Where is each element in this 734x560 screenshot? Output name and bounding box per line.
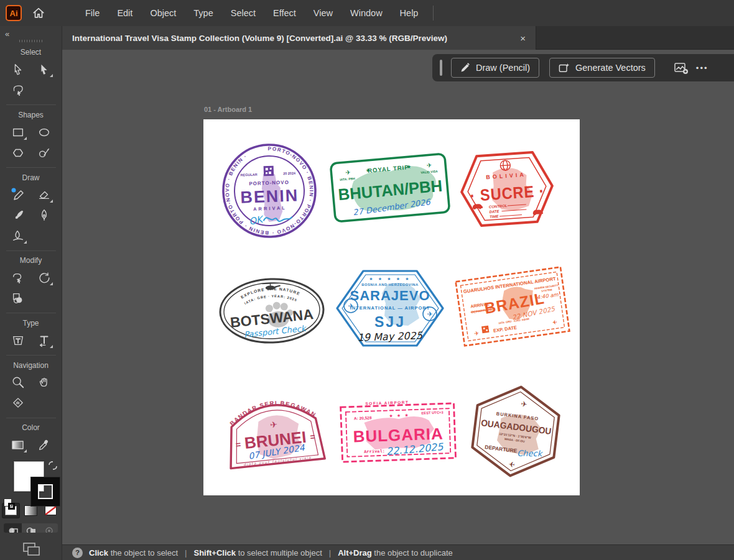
svg-text:EXP. DATE: EXP. DATE — [493, 324, 518, 333]
svg-text:19 May 2025: 19 May 2025 — [357, 329, 423, 344]
section-modify-label: Modify — [20, 256, 42, 265]
section-draw-label: Draw — [22, 173, 39, 182]
menu-select[interactable]: Select — [222, 0, 264, 26]
draw-mode-buttons — [4, 523, 58, 533]
draw-behind-mode[interactable] — [22, 523, 40, 533]
svg-text:PORTO-NOVO: PORTO-NOVO — [249, 180, 289, 186]
collapse-panel-icon[interactable]: « — [5, 29, 9, 39]
document-tab[interactable]: International Travel Visa Stamp Collecti… — [62, 26, 536, 50]
plane-icon: ✈ — [552, 319, 557, 326]
rotate-view-tool[interactable] — [7, 393, 29, 413]
menu-file[interactable]: File — [77, 0, 108, 26]
svg-text:ARRIVAL: ARRIVAL — [253, 205, 287, 212]
stars-row: ★ ★ ★ — [389, 413, 410, 418]
eyedropper-tool[interactable] — [33, 434, 55, 455]
canvas[interactable]: 01 - Artboard 1 PORTO-NOVO · BENIN · POR… — [62, 50, 734, 544]
eraser-tool[interactable] — [33, 185, 55, 205]
svg-text:SJJ: SJJ — [374, 314, 406, 330]
plane-icon: ✈ — [426, 162, 432, 169]
plane-icon: ✈ — [521, 400, 528, 409]
curvature-pen-tool[interactable] — [7, 226, 29, 246]
home-icon[interactable] — [32, 6, 45, 20]
help-icon[interactable]: ? — [72, 548, 83, 558]
type-tool[interactable] — [33, 330, 55, 351]
star-icon: ★ — [406, 163, 412, 170]
polygon-tool[interactable] — [7, 142, 29, 163]
pencil-tool[interactable] — [7, 185, 29, 205]
selection-tool[interactable] — [33, 59, 55, 80]
status-bar: ? Click the object to select | Shift+Cli… — [62, 544, 734, 560]
stamp-ouagadougou[interactable]: ✈ BURKINA FASO OUAGADOUGOU 12°21'12"N · … — [463, 377, 569, 485]
shaper-tool[interactable] — [33, 142, 55, 163]
close-icon[interactable]: × — [520, 33, 526, 44]
svg-text:Check: Check — [517, 449, 544, 459]
section-type-label: Type — [22, 319, 39, 328]
draw-inside-mode[interactable] — [40, 523, 58, 533]
artboard-icon[interactable] — [21, 541, 41, 560]
qr-code-icon — [264, 166, 274, 177]
default-fill-stroke-icon[interactable] — [4, 498, 17, 512]
divider — [6, 250, 56, 251]
divider — [6, 167, 56, 168]
svg-text:VALID VISA: VALID VISA — [420, 169, 438, 174]
menu-object[interactable]: Object — [141, 0, 185, 26]
stamp-brazil[interactable]: GUARULHOS INTERNATIONAL AIRPORT HIGHER S… — [453, 265, 572, 347]
tools-panel: « Select Shapes Draw — [0, 26, 62, 560]
svg-text:IATA: PBH: IATA: PBH — [340, 177, 355, 181]
menu-effect[interactable]: Effect — [264, 0, 305, 26]
paintbrush-tool[interactable] — [7, 205, 29, 226]
pathfinder-tool[interactable] — [7, 288, 29, 308]
stamp-bhutan[interactable]: ✈ ★ ROYAL TRIP ★ ✈ IATA: PBH VALID VISA … — [328, 152, 452, 224]
stroke-swatch[interactable] — [31, 477, 60, 506]
rectangle-tool[interactable] — [7, 122, 29, 142]
artboard-label[interactable]: 01 - Artboard 1 — [204, 106, 252, 113]
lasso-selection-tool[interactable] — [7, 80, 29, 100]
menu-help[interactable]: Help — [391, 0, 427, 26]
generate-vectors-button[interactable]: Generate Vectors — [549, 58, 655, 78]
stamp-bulgaria[interactable]: SOFIA AIRPORT EEST UTC+3 A: 20,528 ★ ★ ★… — [338, 397, 458, 466]
divider — [6, 355, 56, 356]
stamp-brunei[interactable]: BANDAR SERI BEGAWAN ✈ = BRUNEI = 07 JULY… — [218, 380, 331, 480]
svg-text:✈: ✈ — [552, 319, 557, 326]
draw-normal-mode[interactable] — [4, 523, 22, 533]
toolbar-drag-handle[interactable] — [440, 60, 442, 76]
status-separator: | — [322, 548, 338, 558]
svg-text:TIME: TIME — [490, 214, 499, 219]
menu-view[interactable]: View — [305, 0, 341, 26]
menu-window[interactable]: Window — [341, 0, 391, 26]
status-hint-3: Alt+Drag the object to duplicate — [338, 548, 453, 558]
ellipse-tool[interactable] — [33, 122, 55, 142]
svg-text:✈: ✈ — [348, 302, 353, 310]
smooth-tool[interactable] — [7, 267, 29, 288]
svg-text:A: 20,528: A: 20,528 — [354, 415, 372, 421]
active-tool-dot — [11, 188, 16, 193]
stamp-sucre[interactable]: BOLIVIA · SUCRE · CONTROL DATE TIME — [453, 144, 560, 235]
generate-vectors-label: Generate Vectors — [575, 63, 646, 73]
rotate-tool[interactable] — [33, 267, 55, 288]
hand-tool[interactable] — [33, 372, 55, 393]
artboard: PORTO-NOVO · BENIN · PORTO-NOVO · BENIN … — [203, 119, 580, 495]
direct-selection-tool[interactable] — [7, 59, 29, 80]
menu-edit[interactable]: Edit — [108, 0, 141, 26]
stamp-benin[interactable]: PORTO-NOVO · BENIN · PORTO-NOVO · BENIN … — [218, 140, 320, 241]
add-image-icon[interactable] — [674, 61, 689, 75]
stamp-sarajevo[interactable]: ★ ★ ★ ★ ★ BOSNIA AND HERZEGOVINA SARAJEV… — [332, 266, 448, 351]
pen-tool[interactable] — [33, 205, 55, 226]
zoom-tool[interactable] — [7, 372, 29, 393]
draw-pencil-button[interactable]: Draw (Pencil) — [451, 58, 539, 78]
svg-text:BENIN: BENIN — [240, 186, 299, 206]
touch-type-tool[interactable] — [7, 330, 29, 351]
plane-icon: ✈ — [474, 330, 480, 337]
generate-vectors-icon — [559, 63, 570, 73]
status-separator: | — [178, 548, 193, 558]
gradient-tool[interactable] — [7, 434, 29, 455]
stamp-botswana[interactable]: EXPLORE THE NATURE IATA: GBE · YEAR: 202… — [216, 274, 328, 347]
menu-type[interactable]: Type — [185, 0, 221, 26]
qr-code-icon — [481, 326, 489, 333]
panel-grip[interactable] — [19, 40, 43, 42]
more-options-icon[interactable]: ••• — [696, 63, 708, 73]
stars-row: ★ ★ ★ ★ ★ — [369, 277, 411, 282]
swap-fill-stroke-icon[interactable] — [47, 460, 58, 474]
section-shapes-label: Shapes — [18, 111, 44, 119]
svg-text:INTERNATIONAL — AIRPORT: INTERNATIONAL — AIRPORT — [350, 305, 430, 311]
